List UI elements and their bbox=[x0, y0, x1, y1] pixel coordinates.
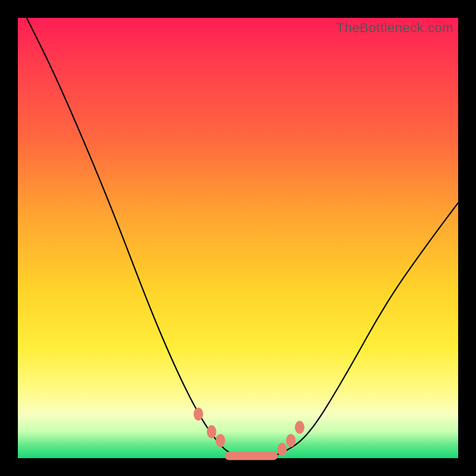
curve-marker bbox=[277, 443, 287, 456]
valley-flat-marker bbox=[225, 452, 278, 460]
curve-marker bbox=[215, 434, 225, 447]
outer-frame: TheBottleneck.com bbox=[0, 0, 476, 476]
marker-group bbox=[193, 408, 304, 456]
bottleneck-curve bbox=[27, 18, 458, 458]
curve-marker bbox=[207, 425, 217, 439]
chart-svg bbox=[18, 18, 458, 458]
plot-area: TheBottleneck.com bbox=[18, 18, 458, 458]
curve-marker bbox=[295, 421, 305, 434]
curve-marker bbox=[193, 408, 203, 421]
curve-marker bbox=[286, 434, 296, 447]
